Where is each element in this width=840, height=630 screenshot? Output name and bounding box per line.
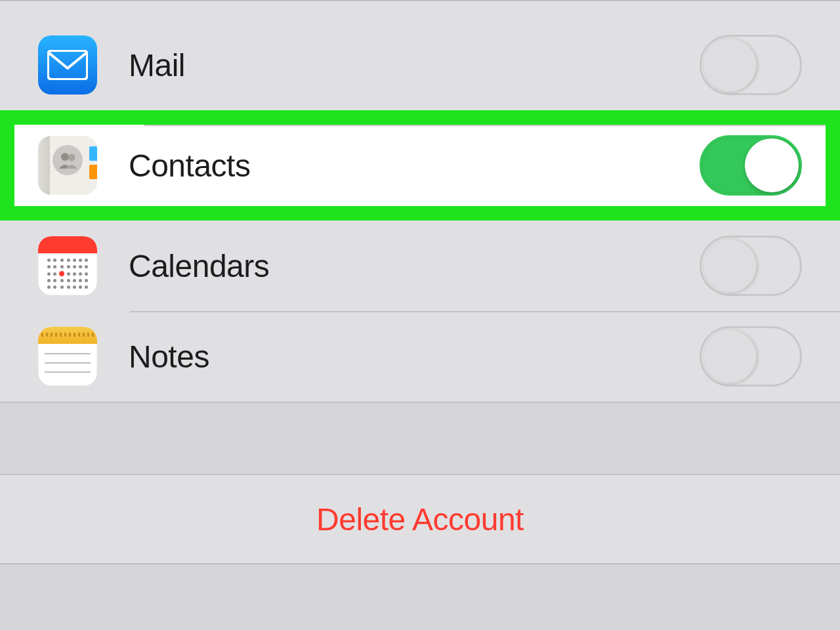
- toggle-knob: [703, 38, 757, 92]
- contacts-toggle[interactable]: [700, 135, 802, 196]
- row-notes-label: Notes: [129, 339, 209, 375]
- svg-point-2: [68, 154, 75, 161]
- calendar-icon: [38, 236, 97, 295]
- delete-account-row[interactable]: Delete Account: [0, 474, 840, 564]
- notes-icon: [38, 327, 97, 386]
- row-contacts-label: Contacts: [129, 148, 250, 184]
- row-mail-label: Mail: [129, 47, 185, 83]
- svg-point-1: [61, 153, 69, 161]
- row-calendars: Calendars: [0, 220, 840, 311]
- section-top-edge: [0, 0, 840, 20]
- mail-toggle[interactable]: [700, 35, 802, 95]
- row-notes: Notes: [0, 311, 840, 402]
- toggle-knob: [703, 329, 757, 383]
- row-contacts: Contacts: [14, 125, 826, 206]
- toggle-knob: [703, 239, 757, 293]
- settings-account-screen: Mail Contacts: [0, 0, 840, 630]
- toggle-knob: [745, 138, 799, 192]
- bottom-space: [0, 564, 840, 630]
- row-calendars-label: Calendars: [129, 248, 269, 284]
- mail-icon: [38, 35, 97, 94]
- svg-rect-0: [48, 51, 87, 79]
- calendars-toggle[interactable]: [700, 236, 802, 296]
- row-mail: Mail: [0, 20, 840, 110]
- contacts-icon: [38, 136, 97, 195]
- section-gap: [0, 403, 840, 474]
- delete-account-label: Delete Account: [316, 501, 524, 537]
- account-services-section: Mail Contacts: [0, 20, 840, 403]
- notes-toggle[interactable]: [700, 326, 802, 387]
